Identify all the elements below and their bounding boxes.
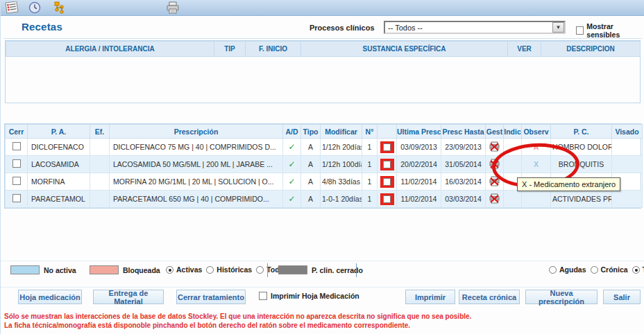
bloqueada-swatch (90, 265, 119, 274)
pc-cell: ACTIVIDADES PR... (551, 191, 612, 208)
receta-cronica-button[interactable]: Receta crónica (459, 290, 520, 304)
clinical-process-select[interactable]: -- Todos -- ▼ (384, 21, 566, 34)
rx-col-visado[interactable]: Visado (612, 125, 643, 139)
entrega-material-button[interactable]: Entrega de Material (93, 290, 164, 304)
tipo-cell: A (301, 156, 321, 173)
footer-notes: Sólo se muestran las interacciones de la… (4, 312, 643, 330)
legend-p-clin-cerrado: P. clin. cerrado (278, 265, 363, 274)
modificar-cell[interactable]: 1/12h 100días (321, 156, 362, 173)
rx-col-n[interactable]: N° (362, 125, 378, 139)
print-select-highlight (380, 141, 394, 153)
allergy-col-sustancia[interactable]: SUSTANCIA ESPECÍFICA (301, 42, 508, 57)
pc-cell: HOMBRO DOLOR... (551, 139, 612, 156)
printer-icon[interactable] (166, 1, 180, 14)
tipo-cell: A (301, 139, 321, 156)
rx-col-ad[interactable]: A/D (283, 125, 301, 139)
printer-cancel-icon[interactable] (489, 141, 500, 152)
show-sensitive-wrap: Mostrar sensibles (576, 22, 644, 39)
ef-cell (90, 156, 110, 173)
radio-agudas[interactable]: Agudas (549, 265, 586, 274)
row-close-checkbox[interactable] (12, 142, 21, 150)
table-row[interactable]: LACOSAMIDA LACOSAMIDA 50 MG/5ML | 200 ML… (6, 156, 643, 173)
radio-activas-icon[interactable] (166, 266, 173, 274)
legend-no-activa: No activa (10, 265, 76, 274)
print-select-checkbox[interactable] (383, 178, 391, 186)
ef-cell (90, 173, 110, 191)
presc-hasta-cell: 23/09/2013 (441, 139, 486, 156)
prescription-cell[interactable]: LACOSAMIDA 50 MG/5ML | 200 ML | JARABE .… (110, 156, 283, 173)
salir-button[interactable]: Salir (603, 290, 641, 304)
notes-icon[interactable] (5, 1, 19, 14)
rx-col-observ[interactable]: Observ (522, 125, 551, 139)
imprimir-hoja-checkbox[interactable] (259, 292, 267, 300)
cerrar-tratamiento-button[interactable]: Cerrar tratamiento (176, 290, 246, 304)
modificar-cell[interactable]: 1-0-1 20días (321, 191, 362, 208)
hierarchy-icon[interactable] (52, 1, 66, 14)
print-select-checkbox[interactable] (383, 143, 391, 151)
divider (356, 263, 357, 277)
row-close-checkbox[interactable] (12, 194, 21, 202)
indic-cell (504, 139, 522, 156)
rx-col-hasta[interactable]: Presc Hasta (441, 125, 486, 139)
allergy-col-ver[interactable]: VER (508, 42, 541, 57)
pa-cell: PARACETAMOL (28, 191, 90, 208)
allergy-col-tip[interactable]: TIP (214, 42, 246, 57)
rx-col-prescripcion[interactable]: Prescripción (110, 125, 283, 139)
radio-cronica[interactable]: Crónica (591, 265, 628, 274)
rx-col-ef[interactable]: Ef. (90, 125, 110, 139)
show-sensitive-checkbox[interactable] (576, 26, 584, 35)
modificar-cell[interactable]: 1/12h 20días (321, 139, 362, 156)
radio-historicas-icon[interactable] (206, 266, 214, 274)
rx-col-ultima[interactable]: Ultima Presc (397, 125, 441, 139)
radio-todas-tipo[interactable]: Todas (632, 265, 644, 274)
legend-row: No activa Bloqueada Activas Históricas T… (1, 261, 644, 279)
type-filter-radios: Agudas Crónica Todas (549, 265, 644, 274)
radio-historicas[interactable]: Históricas (206, 265, 252, 274)
ef-cell (90, 139, 110, 156)
radio-activas[interactable]: Activas (166, 265, 202, 274)
rx-col-modificar[interactable]: Modificar (321, 125, 362, 139)
radio-todas-tipo-icon[interactable] (632, 266, 640, 274)
rx-col-gest[interactable]: Gest (486, 125, 504, 139)
rx-col-cerr[interactable]: Cerr (6, 125, 28, 139)
allergy-col-descripcion[interactable]: DESCRIPCION (541, 42, 641, 57)
top-toolbar (1, 0, 644, 16)
clock-icon[interactable] (28, 1, 42, 14)
allergy-col-finicio[interactable]: F. INICIO (246, 42, 301, 57)
modificar-cell[interactable]: 4/8h 33días (321, 173, 362, 191)
rx-col-indic[interactable]: Indic (504, 125, 522, 139)
pa-cell: MORFINA (28, 173, 90, 191)
rx-col-pc[interactable]: P. C. (551, 125, 612, 139)
table-row[interactable]: PARACETAMOL PARACETAMOL 650 MG | 40 | CO… (6, 191, 643, 208)
row-close-checkbox[interactable] (12, 177, 21, 185)
table-row[interactable]: DICLOFENACO DICLOFENACO 75 MG | 40 | COM… (6, 139, 643, 156)
radio-todas-estado-icon[interactable] (256, 266, 264, 274)
row-close-checkbox[interactable] (12, 159, 21, 168)
imprimir-button[interactable]: Imprimir (405, 290, 455, 304)
radio-agudas-icon[interactable] (549, 266, 557, 274)
nueva-prescripcion-button[interactable]: Nueva prescripción (525, 290, 598, 304)
ad-check-icon: ✓ (288, 194, 295, 204)
chevron-down-icon[interactable]: ▼ (552, 22, 564, 33)
printer-cancel-icon[interactable] (489, 176, 500, 186)
printer-cancel-icon[interactable] (489, 193, 500, 204)
prescription-cell[interactable]: DICLOFENACO 75 MG | 40 | COMPRIMIDOS D..… (110, 139, 283, 156)
radio-cronica-icon[interactable] (591, 266, 598, 274)
printer-cancel-icon[interactable] (489, 159, 500, 169)
n-cell: 1 (362, 173, 378, 191)
ultima-presc-cell: 03/09/2013 (397, 139, 441, 156)
rx-col-pa[interactable]: P. A. (28, 125, 90, 139)
print-select-checkbox[interactable] (383, 161, 391, 168)
rx-col-tipo[interactable]: Tipo (301, 125, 321, 139)
footer-line-2: La ficha técnica/monografía está dispono… (4, 321, 643, 330)
observ-cell (522, 191, 551, 208)
divider (3, 38, 642, 39)
ad-check-icon: ✓ (288, 159, 295, 169)
prescription-cell[interactable]: MORFINA 20 MG/1ML | 20 ML | SOLUCION | O… (110, 173, 283, 191)
print-select-checkbox[interactable] (383, 195, 391, 203)
ef-cell (90, 191, 110, 208)
allergy-col-alergia[interactable]: ALERGIA / INTOLERANCIA (6, 42, 214, 57)
hoja-medicacion-button[interactable]: Hoja medicación (18, 290, 82, 304)
prescription-cell[interactable]: PARACETAMOL 650 MG | 40 | COMPRIMIDO... (110, 191, 283, 208)
pa-cell: LACOSAMIDA (28, 156, 90, 173)
